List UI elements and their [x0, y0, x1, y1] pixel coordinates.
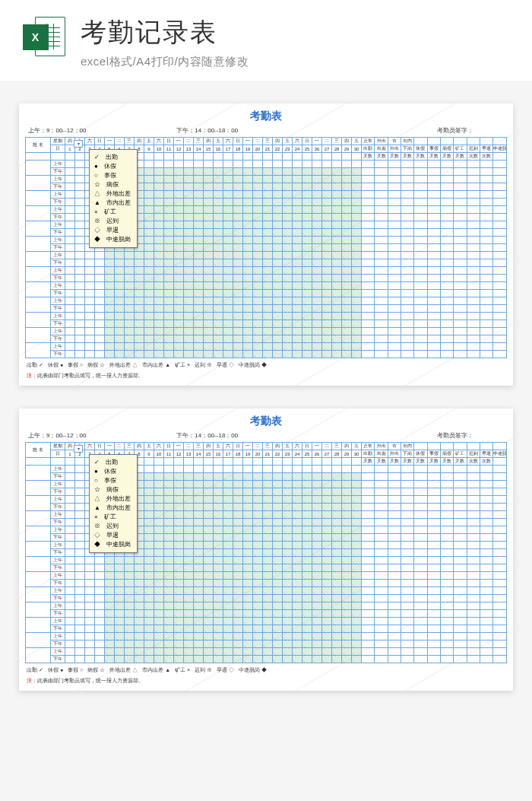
attendance-cell[interactable] [302, 473, 312, 481]
summary-cell[interactable] [467, 534, 480, 542]
summary-cell[interactable] [440, 602, 453, 610]
summary-cell[interactable] [440, 229, 453, 237]
attendance-cell[interactable] [154, 229, 164, 237]
attendance-cell[interactable] [164, 587, 174, 595]
attendance-cell[interactable] [204, 511, 214, 519]
attendance-cell[interactable] [154, 206, 164, 214]
attendance-cell[interactable] [125, 320, 135, 328]
attendance-cell[interactable] [144, 328, 154, 335]
summary-cell[interactable] [454, 267, 467, 275]
attendance-cell[interactable] [273, 519, 283, 526]
summary-cell[interactable] [493, 183, 507, 191]
attendance-cell[interactable] [194, 511, 204, 519]
attendance-cell[interactable] [214, 259, 223, 267]
attendance-cell[interactable] [214, 564, 223, 572]
attendance-cell[interactable] [273, 229, 283, 237]
attendance-cell[interactable] [233, 221, 243, 229]
attendance-cell[interactable] [273, 214, 283, 221]
attendance-cell[interactable] [194, 221, 204, 229]
attendance-cell[interactable] [164, 504, 174, 511]
summary-cell[interactable] [388, 481, 401, 488]
attendance-cell[interactable] [283, 542, 293, 549]
attendance-cell[interactable] [174, 504, 184, 511]
attendance-cell[interactable] [332, 229, 342, 237]
attendance-cell[interactable] [342, 519, 352, 526]
attendance-cell[interactable] [154, 534, 164, 542]
attendance-cell[interactable] [95, 259, 105, 267]
attendance-cell[interactable] [253, 572, 263, 580]
attendance-cell[interactable] [332, 313, 342, 320]
attendance-cell[interactable] [233, 481, 243, 488]
summary-cell[interactable] [362, 176, 375, 183]
attendance-cell[interactable] [312, 564, 322, 572]
attendance-cell[interactable] [312, 602, 322, 610]
attendance-cell[interactable] [233, 587, 243, 595]
summary-cell[interactable] [467, 481, 480, 488]
summary-cell[interactable] [375, 244, 388, 252]
attendance-cell[interactable] [115, 572, 125, 580]
summary-cell[interactable] [440, 595, 453, 602]
attendance-cell[interactable] [293, 625, 302, 633]
attendance-cell[interactable] [243, 206, 253, 214]
attendance-cell[interactable] [85, 656, 95, 663]
attendance-cell[interactable] [273, 161, 283, 168]
summary-cell[interactable] [467, 557, 480, 564]
attendance-cell[interactable] [332, 267, 342, 275]
summary-cell[interactable] [388, 633, 401, 640]
summary-cell[interactable] [362, 237, 375, 244]
attendance-cell[interactable] [164, 656, 174, 663]
attendance-cell[interactable] [75, 237, 85, 244]
attendance-cell[interactable] [273, 206, 283, 214]
attendance-cell[interactable] [164, 237, 174, 244]
attendance-cell[interactable] [164, 343, 174, 351]
summary-cell[interactable] [493, 191, 507, 199]
summary-cell[interactable] [440, 244, 453, 252]
summary-cell[interactable] [467, 466, 480, 473]
attendance-cell[interactable] [75, 214, 85, 221]
summary-cell[interactable] [401, 176, 414, 183]
summary-cell[interactable] [454, 610, 467, 618]
attendance-cell[interactable] [144, 610, 154, 618]
attendance-cell[interactable] [283, 496, 293, 504]
attendance-cell[interactable] [65, 534, 75, 542]
attendance-cell[interactable] [312, 206, 322, 214]
attendance-cell[interactable] [342, 473, 352, 481]
attendance-cell[interactable] [135, 297, 144, 305]
summary-cell[interactable] [480, 587, 492, 595]
summary-cell[interactable] [440, 267, 453, 275]
attendance-cell[interactable] [105, 320, 115, 328]
summary-cell[interactable] [467, 275, 480, 282]
summary-cell[interactable] [493, 542, 507, 549]
attendance-cell[interactable] [214, 557, 223, 564]
attendance-cell[interactable] [144, 229, 154, 237]
attendance-cell[interactable] [233, 206, 243, 214]
attendance-cell[interactable] [332, 572, 342, 580]
summary-cell[interactable] [427, 282, 440, 290]
attendance-cell[interactable] [233, 183, 243, 191]
summary-cell[interactable] [454, 640, 467, 648]
attendance-cell[interactable] [184, 244, 194, 252]
attendance-cell[interactable] [184, 161, 194, 168]
attendance-cell[interactable] [174, 161, 184, 168]
attendance-cell[interactable] [243, 481, 253, 488]
summary-cell[interactable] [480, 466, 492, 473]
summary-cell[interactable] [427, 587, 440, 595]
attendance-cell[interactable] [312, 504, 322, 511]
summary-cell[interactable] [440, 625, 453, 633]
attendance-cell[interactable] [223, 320, 233, 328]
attendance-cell[interactable] [164, 244, 174, 252]
attendance-cell[interactable] [312, 572, 322, 580]
attendance-cell[interactable] [302, 564, 312, 572]
summary-cell[interactable] [401, 290, 414, 297]
attendance-cell[interactable] [75, 526, 85, 534]
attendance-cell[interactable] [283, 244, 293, 252]
summary-cell[interactable] [480, 237, 492, 244]
summary-cell[interactable] [427, 297, 440, 305]
cell-dropdown-button[interactable]: ▾ [74, 140, 83, 148]
attendance-cell[interactable] [312, 488, 322, 496]
attendance-cell[interactable] [233, 328, 243, 335]
attendance-cell[interactable] [164, 595, 174, 602]
attendance-cell[interactable] [322, 168, 332, 176]
summary-cell[interactable] [440, 252, 453, 259]
summary-cell[interactable] [362, 343, 375, 351]
